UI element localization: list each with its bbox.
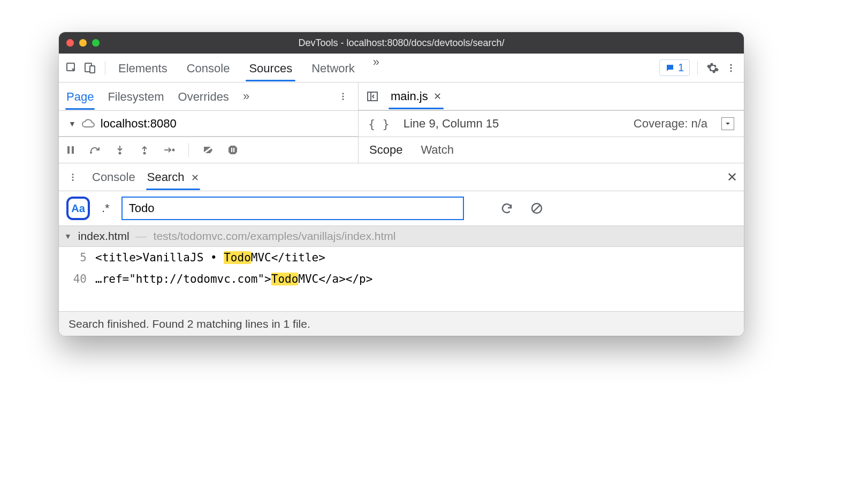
svg-rect-19 <box>233 148 234 152</box>
svg-rect-18 <box>231 148 232 152</box>
tab-elements[interactable]: Elements <box>117 55 169 81</box>
refresh-search-icon[interactable] <box>499 201 514 216</box>
empty-area <box>59 290 744 311</box>
line-number: 5 <box>64 251 87 264</box>
drawer-tab-search[interactable]: Search ✕ <box>147 164 199 190</box>
drawer-tab-console[interactable]: Console <box>92 164 135 190</box>
match-highlight: Todo <box>224 251 251 264</box>
separator: — <box>136 230 147 243</box>
svg-point-7 <box>342 96 344 97</box>
pause-icon[interactable] <box>63 142 78 157</box>
tab-watch[interactable]: Watch <box>421 143 454 157</box>
deactivate-breakpoints-icon[interactable] <box>201 142 216 157</box>
traffic-lights <box>66 39 100 47</box>
maximize-window-button[interactable] <box>92 39 100 47</box>
tab-console[interactable]: Console <box>186 55 231 81</box>
minimize-window-button[interactable] <box>79 39 87 47</box>
file-tab-label: main.js <box>391 89 428 103</box>
drawer-tab-search-label: Search <box>147 170 185 184</box>
subtab-filesystem[interactable]: Filesystem <box>108 84 164 109</box>
clear-search-icon[interactable] <box>529 201 544 216</box>
debugger-toolbar-row: Scope Watch <box>59 137 744 163</box>
format-braces-icon[interactable]: { } <box>368 117 390 131</box>
tab-sources[interactable]: Sources <box>248 55 293 81</box>
editor-status-row: { } Line 9, Column 15 Coverage: n/a <box>359 111 744 137</box>
settings-gear-icon[interactable] <box>705 61 720 76</box>
search-input[interactable] <box>121 197 464 220</box>
tree-root-label: localhost:8080 <box>101 117 177 131</box>
step-into-icon[interactable] <box>112 142 127 157</box>
file-tree-root[interactable]: ▼ localhost:8080 <box>59 111 358 137</box>
file-tab-mainjs[interactable]: main.js ✕ <box>389 84 444 109</box>
subtab-page[interactable]: Page <box>66 84 94 109</box>
disclosure-triangle-icon[interactable]: ▼ <box>68 119 76 128</box>
editor-file-tabs: main.js ✕ <box>359 82 744 110</box>
separator <box>188 143 189 157</box>
svg-point-22 <box>72 179 74 180</box>
coverage-status: Coverage: n/a <box>634 117 707 131</box>
disclosure-triangle-icon[interactable]: ▼ <box>64 232 72 240</box>
main-tabs: Elements Console Sources Network » <box>117 55 379 81</box>
close-window-button[interactable] <box>66 39 74 47</box>
search-status-text: Search finished. Found 2 matching lines … <box>68 318 310 330</box>
match-highlight: Todo <box>271 273 299 285</box>
line-text: <title>VanillaJS • TodoMVC</title> <box>95 251 325 264</box>
search-result-file-header[interactable]: ▼ index.html — tests/todomvc.com/example… <box>59 225 744 247</box>
drawer-kebab-icon[interactable] <box>65 170 80 185</box>
sources-body-row: ▼ localhost:8080 { } Line 9, Column 15 C… <box>59 111 744 137</box>
more-tabs-chevron-icon[interactable]: » <box>373 55 379 81</box>
sources-navigator-tabs: Page Filesystem Overrides » <box>59 82 358 110</box>
svg-point-6 <box>342 93 344 94</box>
svg-point-20 <box>72 174 74 175</box>
step-out-icon[interactable] <box>137 142 152 157</box>
kebab-menu-icon[interactable] <box>724 61 738 76</box>
svg-point-4 <box>730 67 732 69</box>
svg-point-16 <box>172 149 175 152</box>
cloud-icon <box>81 118 95 129</box>
svg-point-8 <box>342 99 344 100</box>
toggle-navigator-icon[interactable] <box>365 89 380 104</box>
svg-point-5 <box>730 70 732 72</box>
step-over-icon[interactable] <box>88 142 103 157</box>
svg-rect-11 <box>67 146 70 154</box>
subtab-overrides[interactable]: Overrides <box>178 84 229 109</box>
svg-rect-2 <box>90 66 95 73</box>
window-title: DevTools - localhost:8080/docs/devtools/… <box>59 37 744 49</box>
svg-point-14 <box>119 152 121 155</box>
messages-badge[interactable]: 1 <box>659 59 690 76</box>
inspect-element-icon[interactable] <box>64 61 79 76</box>
result-file-path: tests/todomvc.com/examples/vanillajs/ind… <box>154 230 396 243</box>
titlebar: DevTools - localhost:8080/docs/devtools/… <box>59 32 744 54</box>
debugger-controls <box>59 137 359 163</box>
regex-button[interactable]: .* <box>100 201 112 215</box>
svg-line-24 <box>534 205 540 212</box>
svg-point-21 <box>72 176 74 178</box>
editor-dropdown-icon[interactable] <box>721 117 734 130</box>
search-result-line[interactable]: 5 <title>VanillaJS • TodoMVC</title> <box>59 247 744 268</box>
more-subtabs-chevron-icon[interactable]: » <box>243 89 249 103</box>
separator <box>697 61 698 75</box>
messages-count: 1 <box>678 62 684 74</box>
tab-network[interactable]: Network <box>310 55 356 81</box>
drawer-tabs: Console Search ✕ ✕ <box>59 163 744 191</box>
pause-on-exceptions-icon[interactable] <box>225 142 240 157</box>
close-drawer-icon[interactable]: ✕ <box>727 170 737 185</box>
match-case-button[interactable]: Aa <box>66 197 90 220</box>
device-toolbar-icon[interactable] <box>82 61 97 76</box>
svg-rect-12 <box>72 146 74 154</box>
cursor-position: Line 9, Column 15 <box>403 117 499 131</box>
navigator-kebab-icon[interactable] <box>336 89 351 104</box>
main-toolbar: Elements Console Sources Network » 1 <box>59 54 744 82</box>
close-file-tab-icon[interactable]: ✕ <box>433 91 441 102</box>
svg-point-15 <box>143 152 146 155</box>
sources-header-row: Page Filesystem Overrides » main.js ✕ <box>59 82 744 111</box>
close-drawer-tab-icon[interactable]: ✕ <box>191 172 199 183</box>
svg-point-13 <box>90 152 92 154</box>
search-bar: Aa .* <box>59 191 744 225</box>
devtools-window: DevTools - localhost:8080/docs/devtools/… <box>59 32 744 336</box>
search-result-line[interactable]: 40 …ref="http://todomvc.com">TodoMVC</a>… <box>59 268 744 290</box>
step-icon[interactable] <box>162 142 177 157</box>
result-file-name: index.html <box>78 230 130 243</box>
line-text: …ref="http://todomvc.com">TodoMVC</a></p… <box>95 273 372 285</box>
tab-scope[interactable]: Scope <box>369 143 402 157</box>
